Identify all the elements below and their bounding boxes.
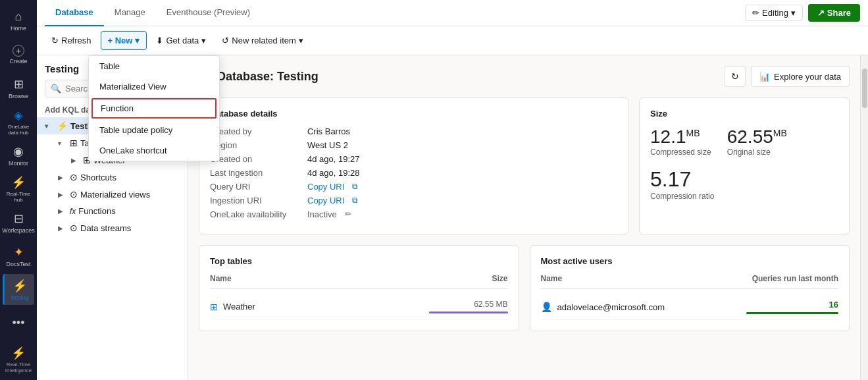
compressed-size: 12.1MB Compressed size [650, 126, 711, 157]
detail-region: Region West US 2 [210, 140, 617, 150]
nav-more[interactable]: ••• [3, 308, 34, 339]
compression-ratio-row: 5.17 Compression ratio [650, 167, 838, 201]
last-ingestion-value: 4d ago, 19:28 [307, 168, 360, 178]
refresh-label: Refresh [61, 36, 91, 45]
detail-last-ingestion: Last ingestion 4d ago, 19:28 [210, 168, 617, 178]
nav-testing-label: Testing [10, 294, 29, 301]
onelake-icon: ◈ [14, 108, 23, 122]
nav-realtime[interactable]: ⚡ Real-Timehub [3, 173, 34, 204]
tables-table-header: Name Size [210, 274, 508, 289]
last-ingestion-label: Last ingestion [210, 168, 302, 178]
shortcuts-icon: ⊙ [70, 172, 78, 182]
new-related-icon: ↺ [222, 36, 229, 45]
sidebar-item-materialized-views[interactable]: ▶ ⊙ Materialized views [50, 186, 188, 203]
dropdown-item-onelake-shortcut[interactable]: OneLake shortcut [89, 140, 219, 161]
dropdown-item-table[interactable]: Table [89, 56, 219, 76]
nav-docstest[interactable]: ✦ DocsTest [3, 240, 34, 271]
toolbar: ↻ Refresh + New ▾ ⬇ Get data ▾ ↺ New rel… [37, 26, 868, 55]
query-uri-label: Query URI [210, 182, 302, 192]
right-scrollbar[interactable] [860, 55, 868, 380]
ratio-value: 5.17 [650, 167, 838, 192]
chevron-down-icon: ▾ [791, 8, 796, 18]
ingestion-uri-value[interactable]: Copy URI [307, 196, 344, 205]
more-icon: ••• [13, 316, 25, 330]
original-label: Original size [727, 148, 787, 157]
nav-workspaces[interactable]: ⊟ Workspaces [3, 207, 34, 238]
new-dropdown: Table Materialized View Function Table u… [88, 55, 220, 161]
copy-uri-icon-2: ⧉ [352, 196, 358, 205]
users-table-header: Name Queries run last month [541, 274, 839, 289]
nav-onelake[interactable]: ◈ OneLakedata hub [3, 106, 34, 137]
nav-home[interactable]: ⌂ Home [3, 5, 34, 36]
tables-icon: ⊞ [70, 138, 78, 148]
nav-testing[interactable]: ⚡ Testing [3, 274, 34, 305]
tables-arrow-icon: ▾ [58, 140, 67, 147]
weather-arrow-icon: ▶ [71, 157, 80, 164]
share-label: Share [827, 8, 851, 18]
home-icon: ⌂ [15, 10, 22, 24]
new-related-button[interactable]: ↺ New related item ▾ [215, 32, 310, 49]
database-details-card: Database details Created by Cris Barros … [199, 97, 628, 234]
functions-icon: fx [70, 207, 76, 216]
new-button[interactable]: + New ▾ [101, 31, 147, 50]
get-data-icon: ⬇ [156, 36, 163, 45]
compressed-label: Compressed size [650, 148, 711, 157]
tab-database[interactable]: Database [45, 0, 104, 26]
edit-icon[interactable]: ✏ [345, 209, 351, 219]
explore-data-button[interactable]: 📊 Explore your data [751, 66, 850, 87]
queries-bar [746, 312, 838, 314]
editing-button[interactable]: ✏ Editing ▾ [745, 5, 803, 21]
nav-onelake-label: OneLakedata hub [8, 124, 29, 136]
detail-query-uri: Query URI Copy URI ⧉ [210, 182, 617, 192]
docstest-icon: ✦ [14, 245, 24, 259]
matviews-arrow-icon: ▶ [58, 191, 67, 198]
user-queries-count: 16 [829, 300, 838, 310]
sidebar-item-shortcuts[interactable]: ▶ ⊙ Shortcuts [50, 169, 188, 186]
details-card-title: Database details [210, 109, 617, 119]
new-label: + New [108, 36, 133, 45]
created-by-label: Created by [210, 126, 302, 136]
get-data-button[interactable]: ⬇ Get data ▾ [149, 32, 213, 49]
onelake-value: Inactive [307, 209, 337, 219]
datastreams-icon: ⊙ [70, 223, 78, 233]
tab-manage[interactable]: Manage [104, 0, 156, 26]
original-value: 62.55MB [727, 126, 787, 148]
nav-monitor[interactable]: ◉ Monitor [3, 140, 34, 171]
nav-create[interactable]: + Create [3, 39, 34, 70]
nav-docstest-label: DocsTest [6, 261, 30, 267]
sidebar-item-functions[interactable]: ▶ fx Functions [50, 203, 188, 219]
dropdown-item-table-update-policy[interactable]: Table update policy [89, 120, 219, 140]
user-email: adalovelace@microsoft.com [557, 302, 665, 312]
testing-arrow-icon: ▾ [45, 122, 54, 130]
browse-icon: ⊞ [14, 77, 24, 92]
refresh-icon-btn[interactable]: ↻ [725, 66, 746, 87]
top-bar: Database Manage Eventhouse (Preview) ✏ E… [37, 0, 868, 26]
size-numbers: 12.1MB Compressed size 62.55MB Original … [650, 126, 838, 157]
header-actions: ↻ 📊 Explore your data [725, 66, 850, 87]
tab-eventhouse[interactable]: Eventhouse (Preview) [156, 0, 261, 26]
content-title-text: Database: Testing [217, 70, 319, 84]
detail-ingestion-uri: Ingestion URI Copy URI ⧉ [210, 196, 617, 205]
create-icon: + [13, 45, 24, 57]
sidebar-item-data-streams[interactable]: ▶ ⊙ Data streams [50, 219, 188, 236]
nav-browse[interactable]: ⊞ Browse [3, 72, 34, 103]
content-area: 🗄 Database: Testing ↻ 📊 Explore your dat… [188, 55, 860, 380]
top-tabs: Database Manage Eventhouse (Preview) [45, 0, 261, 26]
dropdown-item-materialized-view[interactable]: Materialized View [89, 76, 219, 97]
nav-rti-label: Real-TimeIntelligence [5, 362, 32, 373]
explore-label: Explore your data [774, 72, 841, 82]
user-row-name: 👤 adalovelace@microsoft.com [541, 302, 665, 312]
nav-rti[interactable]: ⚡ Real-TimeIntelligence [3, 344, 34, 375]
created-on-value: 4d ago, 19:27 [307, 154, 360, 164]
sidebar-datastreams-label: Data streams [80, 223, 180, 233]
created-by-value: Cris Barros [307, 126, 350, 136]
refresh-button[interactable]: ↻ Refresh [45, 32, 98, 49]
sidebar-shortcuts-label: Shortcuts [80, 173, 180, 182]
region-value: West US 2 [307, 140, 348, 150]
shortcuts-arrow-icon: ▶ [58, 174, 67, 181]
share-button[interactable]: ↗ Share [808, 4, 860, 22]
bottom-cards-row: Top tables Name Size ⊞ Weather 62.55 MB [199, 245, 850, 331]
weather-size-bar [429, 312, 508, 313]
dropdown-item-function[interactable]: Function [91, 98, 217, 119]
query-uri-value[interactable]: Copy URI [307, 182, 344, 192]
